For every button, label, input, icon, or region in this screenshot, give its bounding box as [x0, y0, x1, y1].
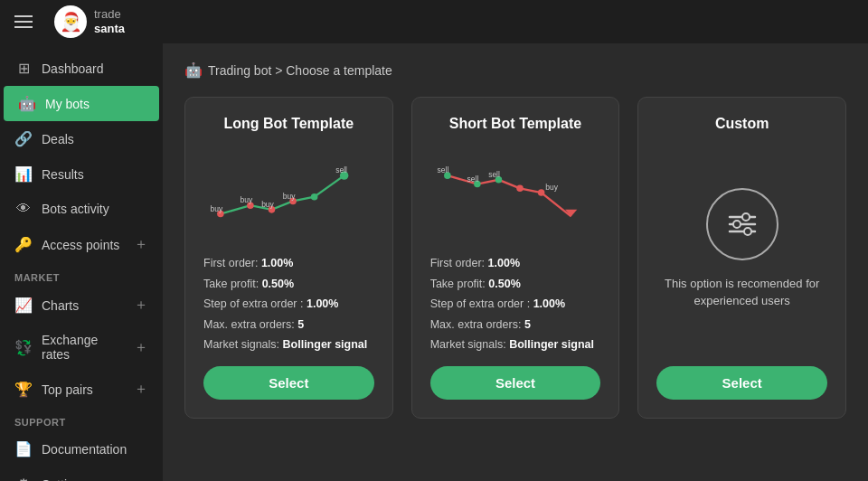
logo: 🎅 trade santa: [54, 5, 125, 38]
svg-point-4: [311, 193, 318, 201]
access-points-plus-icon[interactable]: ＋: [134, 235, 148, 254]
long-bot-details: First order: 1.00% Take profit: 0.50% St…: [203, 253, 374, 355]
svg-text:sell: sell: [335, 165, 347, 174]
svg-point-25: [733, 221, 741, 228]
main-content: 🤖 Trading bot > Choose a template Long B…: [163, 43, 868, 481]
svg-text:buy: buy: [241, 195, 253, 204]
exchange-plus-icon[interactable]: ＋: [134, 338, 148, 357]
svg-point-26: [744, 228, 751, 235]
cards-row: Long Bot Template buy buy: [184, 97, 846, 419]
robot-icon: 🤖: [18, 95, 36, 112]
sidebar-label-settings: Settings: [42, 477, 88, 482]
long-bot-select-button[interactable]: Select: [203, 366, 374, 400]
svg-text:sell: sell: [467, 174, 478, 184]
custom-select-button[interactable]: Select: [656, 366, 827, 400]
sidebar-item-documentation[interactable]: 📄 Documentation: [0, 431, 163, 467]
sidebar-item-settings[interactable]: ⚙ Settings: [0, 467, 163, 481]
long-bot-card: Long Bot Template buy buy: [184, 97, 393, 419]
chart-icon: 📈: [14, 297, 33, 314]
sidebar-item-my-bots[interactable]: 🤖 My bots: [4, 86, 159, 121]
key-icon: 🔑: [14, 236, 33, 253]
sidebar-label-charts: Charts: [42, 298, 79, 313]
sidebar: ⊞ Dashboard 🤖 My bots 🔗 Deals 📊 Results …: [0, 43, 163, 481]
charts-plus-icon[interactable]: ＋: [134, 296, 148, 315]
bot-breadcrumb-icon: 🤖: [184, 61, 203, 79]
sidebar-label-top-pairs: Top pairs: [42, 382, 93, 397]
grid-icon: ⊞: [14, 60, 33, 77]
custom-icon-circle: [706, 188, 778, 260]
svg-point-15: [516, 185, 524, 193]
sidebar-item-charts[interactable]: 📈 Charts ＋: [0, 287, 163, 324]
breadcrumb-text: Trading bot > Choose a template: [208, 63, 392, 78]
custom-description: This option is recomended for experience…: [656, 275, 827, 310]
trophy-icon: 🏆: [14, 381, 33, 398]
sidebar-label-exchange-rates: Exchange rates: [42, 333, 125, 362]
doc-icon: 📄: [14, 440, 33, 457]
sidebar-item-bots-activity[interactable]: 👁 Bots activity: [0, 192, 163, 226]
svg-point-24: [742, 213, 750, 221]
short-bot-card: Short Bot Template sell: [411, 97, 620, 419]
market-section-label: MARKET: [0, 263, 163, 287]
sidebar-item-access-points[interactable]: 🔑 Access points ＋: [0, 226, 163, 263]
logo-text: trade santa: [94, 7, 125, 35]
long-bot-chart: buy buy buy buy sell: [203, 143, 374, 242]
topbar: 🎅 trade santa: [0, 0, 868, 43]
logo-icon: 🎅: [54, 5, 87, 38]
support-section-label: SUPPORT: [0, 408, 163, 431]
svg-text:buy: buy: [545, 183, 558, 192]
sidebar-item-dashboard[interactable]: ⊞ Dashboard: [0, 51, 163, 86]
sidebar-label-dashboard: Dashboard: [42, 61, 104, 76]
svg-point-16: [538, 189, 545, 196]
deals-icon: 🔗: [14, 130, 33, 147]
hamburger-menu[interactable]: [14, 15, 33, 28]
activity-icon: 👁: [14, 201, 33, 217]
short-bot-details: First order: 1.00% Take profit: 0.50% St…: [430, 253, 601, 355]
svg-text:sell: sell: [437, 165, 448, 174]
breadcrumb: 🤖 Trading bot > Choose a template: [184, 61, 846, 79]
long-bot-title: Long Bot Template: [203, 116, 374, 132]
results-icon: 📊: [14, 165, 33, 183]
sidebar-label-access-points: Access points: [42, 238, 119, 252]
sidebar-item-deals[interactable]: 🔗 Deals: [0, 121, 163, 156]
layout: ⊞ Dashboard 🤖 My bots 🔗 Deals 📊 Results …: [0, 43, 868, 481]
short-bot-chart: sell sell sell buy: [430, 143, 601, 242]
custom-center: This option is recomended for experience…: [656, 143, 827, 355]
svg-text:buy: buy: [211, 204, 223, 213]
custom-card: Custom This o: [637, 97, 846, 419]
svg-text:buy: buy: [283, 192, 296, 201]
svg-text:sell: sell: [488, 170, 500, 179]
custom-title: Custom: [656, 116, 827, 132]
top-pairs-plus-icon[interactable]: ＋: [134, 380, 148, 399]
sidebar-item-top-pairs[interactable]: 🏆 Top pairs ＋: [0, 371, 163, 408]
svg-text:buy: buy: [261, 200, 274, 209]
sidebar-label-documentation: Documentation: [42, 442, 127, 457]
sidebar-item-results[interactable]: 📊 Results: [0, 156, 163, 192]
sidebar-label-my-bots: My bots: [45, 97, 90, 111]
sidebar-label-bots-activity: Bots activity: [42, 202, 109, 216]
exchange-icon: 💱: [14, 339, 33, 356]
sidebar-label-results: Results: [42, 167, 84, 182]
settings-icon: ⚙: [14, 476, 33, 481]
sidebar-label-deals: Deals: [42, 132, 74, 146]
short-bot-title: Short Bot Template: [430, 116, 601, 132]
sidebar-item-exchange-rates[interactable]: 💱 Exchange rates ＋: [0, 324, 163, 371]
short-bot-select-button[interactable]: Select: [430, 366, 601, 400]
